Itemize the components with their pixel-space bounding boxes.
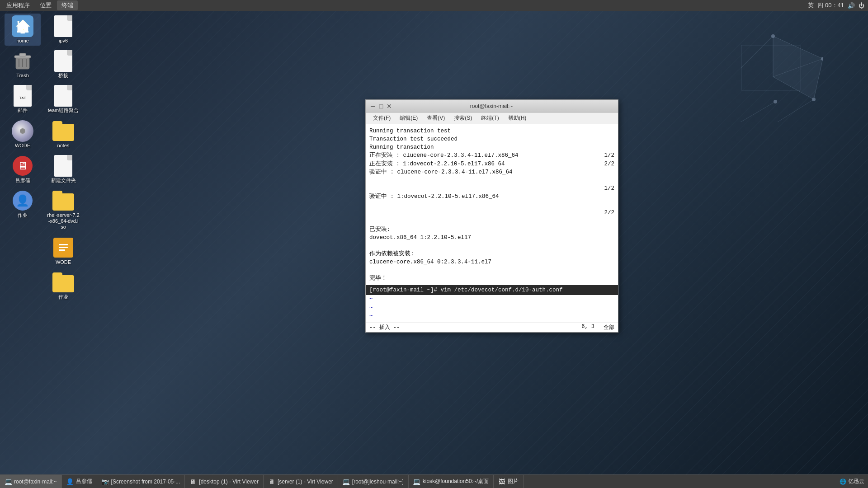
- menubar-lang[interactable]: 英: [808, 1, 814, 9]
- term-line-5: 正在安装 : 1:dovecot-2.2.10-5.el17.x86_64 2/…: [369, 160, 614, 168]
- taskbar-jieshou-icon: 💻: [343, 478, 350, 485]
- taskbar-jieshou-label: [root@jieshou-mail:~]: [352, 479, 404, 485]
- desktop-icons-col2: ipv6 桥接 team链路聚合: [45, 14, 81, 302]
- taskbar-kiosk[interactable]: 💻 kiosk@foundation50:~/桌面: [409, 475, 494, 488]
- svg-line-10: [737, 102, 775, 122]
- taskbar-server1[interactable]: 🖥 [server (1) - Virt Viewer: [264, 475, 338, 488]
- terminal-menu-help[interactable]: 帮助(H): [505, 113, 530, 123]
- svg-rect-20: [59, 249, 65, 251]
- taskbar-desktop1-label: [desktop (1) - Virt Viewer: [199, 479, 259, 485]
- taskbar-root-terminal-label: root@faxin-mail:~: [14, 479, 57, 485]
- terminal-close-btn[interactable]: ✕: [386, 103, 393, 110]
- desktop-icon-work[interactable]: 作业 作业: [45, 270, 81, 302]
- svg-point-7: [812, 98, 816, 101]
- taskbar-terminal-icon: 💻: [5, 478, 12, 485]
- taskbar-desktop1[interactable]: 🖥 [desktop (1) - Virt Viewer: [185, 475, 264, 488]
- desktop-icon-notes[interactable]: 新建文件夹: [45, 153, 81, 185]
- term-line-2: Transaction test succeeded: [369, 135, 614, 143]
- terminal-menu-terminal[interactable]: 终端(T): [477, 113, 502, 123]
- term-line-dep: 作为依赖被安装:: [369, 250, 614, 258]
- svg-rect-13: [19, 53, 26, 56]
- vim-tilde-1: ~: [369, 295, 614, 303]
- term-line-installed: 已安装:: [369, 225, 614, 234]
- taskbar-server1-label: [server (1) - Virt Viewer: [278, 479, 333, 485]
- desktop-icon-bridge[interactable]: 桥接: [45, 48, 81, 80]
- ipv6-icon: [52, 15, 74, 37]
- term-line-progress2: 2/2: [369, 209, 614, 217]
- terminal-window: ─ □ ✕ root@faxin-mail:~ 文件(F) 编辑(E) 查看(V…: [365, 99, 618, 333]
- term-line-blank5: [369, 266, 614, 274]
- taskbar-jieshou[interactable]: 💻 [root@jieshou-mail:~]: [338, 475, 409, 488]
- vim-tilde-3: ~: [369, 312, 614, 320]
- geo-decoration: [687, 32, 823, 122]
- terminal-menu-search[interactable]: 搜索(S): [450, 113, 476, 123]
- terminal-menu-view[interactable]: 查看(V): [423, 113, 448, 123]
- home-icon-label: home: [16, 38, 29, 44]
- taskbar-desktop1-icon: 🖥: [189, 478, 197, 485]
- mail-icon: [52, 120, 74, 142]
- desktop-icon-ipv6[interactable]: ipv6: [45, 14, 81, 46]
- person-icon: 👤: [12, 190, 33, 211]
- trash-icon: [12, 50, 33, 72]
- term-line-done: 完毕！: [369, 274, 614, 282]
- desktop-icon-dns[interactable]: TXT 邮件: [5, 83, 41, 115]
- menubar-right: 英 四 00：41 🔊 ⏻: [808, 1, 868, 9]
- taskbar-root-terminal[interactable]: 💻 root@faxin-mail:~: [0, 475, 62, 488]
- taskbar-pictures-icon: 🖼: [498, 478, 505, 485]
- new-folder-icon-label: rhel-server-7.2-x86_64-dvd.iso: [47, 212, 80, 230]
- term-line-7: 验证中 : 1:dovecot-2.2.10-5.el17.x86_64: [369, 192, 614, 201]
- taskbar-lyy[interactable]: 👤 吕彦儒: [62, 475, 97, 488]
- desktop-icon-mail[interactable]: notes: [45, 118, 81, 150]
- view-desktop-label: 吕彦儒: [15, 178, 30, 183]
- term-line-blank4: [369, 242, 614, 250]
- terminal-menu-file[interactable]: 文件(F): [369, 113, 394, 123]
- desktop: home Trash TXT 邮: [0, 0, 868, 474]
- taskbar-screenshot-icon: 📷: [102, 478, 109, 485]
- terminal-minimize-btn[interactable]: ─: [369, 103, 377, 110]
- taskbar-kiosk-label: kiosk@foundation50:~/桌面: [423, 478, 489, 485]
- taskbar-lyy-label: 吕彦儒: [76, 478, 92, 485]
- menubar-apps[interactable]: 应用程序: [2, 0, 34, 10]
- svg-rect-18: [59, 244, 68, 245]
- svg-line-4: [778, 99, 814, 122]
- taskbar-pictures-label: 图片: [508, 478, 519, 485]
- menubar-volume-icon[interactable]: 🔊: [848, 2, 855, 9]
- desktop-icon-wode[interactable]: 吕彦儒 WODE: [45, 235, 81, 267]
- desktop-icon-dvd[interactable]: WODE: [5, 118, 41, 150]
- desktop-icon-person[interactable]: 👤 作业: [5, 188, 41, 220]
- dns-icon-label: 邮件: [18, 108, 28, 113]
- menubar-power-icon[interactable]: ⏻: [859, 2, 864, 9]
- term-line-6: 验证中 : clucene-core-2.3.3.4-11.el7.x86_64: [369, 168, 614, 176]
- term-line-3: Running transaction: [369, 143, 614, 151]
- terminal-prompt[interactable]: [root@faxin-mail ~]# vim /etc/dovecot/co…: [366, 285, 618, 295]
- term-line-blank1: [369, 176, 614, 184]
- desktop-icon-view-desktop[interactable]: 🖥 吕彦儒: [5, 153, 41, 185]
- person-icon-label: 作业: [18, 212, 28, 218]
- desktop-icons-col1: home Trash TXT 邮: [5, 14, 41, 220]
- desktop-icon-trash[interactable]: Trash: [5, 48, 41, 80]
- terminal-content-upper[interactable]: Running transaction test Transaction tes…: [366, 124, 618, 285]
- terminal-menu-edit[interactable]: 编辑(E): [396, 113, 421, 123]
- menubar-terminal[interactable]: 终端: [57, 0, 78, 10]
- desktop-icon-new-folder[interactable]: rhel-server-7.2-x86_64-dvd.iso: [45, 188, 81, 232]
- taskbar-screenshot-label: [Screenshot from 2017-05-...: [111, 479, 180, 485]
- desktop-icon-home[interactable]: home: [5, 14, 41, 46]
- terminal-vim-area[interactable]: ~ ~ ~: [366, 295, 618, 322]
- taskbar-pictures[interactable]: 🖼 图片: [494, 475, 524, 488]
- work-label: 作业: [58, 294, 68, 300]
- vim-all: 全部: [604, 324, 614, 331]
- ipv6-icon-label: ipv6: [59, 38, 68, 44]
- taskbar-lyy-icon: 👤: [66, 478, 74, 485]
- taskbar-screenshot[interactable]: 📷 [Screenshot from 2017-05-...: [97, 475, 185, 488]
- menubar-places[interactable]: 位置: [35, 0, 56, 10]
- vim-tilde-2: ~: [369, 304, 614, 312]
- terminal-maximize-btn[interactable]: □: [377, 103, 385, 110]
- svg-line-2: [741, 36, 773, 68]
- term-line-progress1: 1/2: [369, 184, 614, 192]
- network-label: 亿迅云: [848, 478, 864, 485]
- desktop-icon-team[interactable]: team链路聚合: [45, 83, 81, 115]
- taskbar-network: 🌐 亿迅云: [840, 478, 868, 485]
- menubar-time: 四 00：41: [817, 1, 844, 9]
- trash-icon-label: Trash: [16, 73, 29, 79]
- menubar: 应用程序 位置 终端 英 四 00：41 🔊 ⏻: [0, 0, 868, 11]
